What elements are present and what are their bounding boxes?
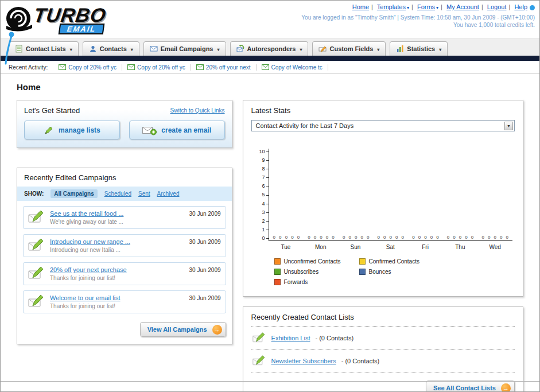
contact-list-item: Exhibition List - (0 Contacts): [251, 327, 515, 350]
activity-item[interactable]: 20% off your next: [191, 64, 257, 71]
campaign-date: 30 Jun 2009: [189, 238, 221, 245]
create-email-button[interactable]: create an email: [129, 121, 225, 139]
campaign-subtitle: Thanks for joining our list!: [50, 303, 185, 309]
page: TURBO EMAIL Home| Templates| Forms| My A…: [0, 0, 540, 392]
bar-value-label: 0: [383, 235, 386, 240]
legend-label: Unsubscribes: [284, 269, 319, 275]
y-tick-label: 4: [262, 201, 269, 207]
bar-value-label: 0: [459, 235, 461, 240]
nav-link-templates[interactable]: Templates: [377, 3, 409, 10]
bar-value-label: 0: [390, 235, 392, 240]
x-axis-label: Sun: [338, 241, 373, 250]
legend-swatch: [274, 258, 281, 265]
nav-separator: |: [508, 3, 510, 10]
see-all-contact-lists-button[interactable]: See All Contact Lists →: [426, 381, 515, 392]
app-logo: TURBO EMAIL: [4, 2, 159, 37]
legend-item: Unconfirmed Contacts: [274, 258, 359, 265]
show-label: SHOW:: [24, 191, 44, 197]
bar-value-label: 0: [348, 235, 351, 240]
nav-link-my-account[interactable]: My Account: [446, 3, 479, 10]
y-tick-label: 8: [262, 166, 269, 172]
tab-autoresponders[interactable]: Autoresponders: [230, 41, 309, 56]
manage-lists-button[interactable]: manage lists: [24, 121, 120, 139]
tab-contacts[interactable]: Contacts: [83, 41, 139, 56]
y-tick-label: 6: [262, 183, 269, 189]
y-tick-label: 2: [262, 218, 269, 224]
bar-value-label: 0: [308, 235, 310, 240]
contact-list-link[interactable]: Newsletter Subscribers: [271, 358, 336, 364]
main-nav-tabbar: Contact Lists Contacts Email Campaigns A…: [1, 38, 539, 56]
activity-item[interactable]: Copy of 20% off yc: [122, 64, 191, 71]
nav-link-help[interactable]: Help: [514, 3, 527, 10]
nav-separator: |: [411, 3, 413, 10]
switch-to-quick-links-link[interactable]: Switch to Quick Links: [170, 107, 225, 114]
campaign-edit-icon: [28, 294, 45, 309]
campaign-title-link[interactable]: 20% off your next purchase: [50, 266, 185, 273]
bar-value-label: 0: [285, 235, 288, 240]
bar-value-label: 0: [500, 235, 502, 240]
filter-archived[interactable]: Archived: [157, 191, 180, 197]
envelope-icon: [127, 64, 135, 70]
campaign-date: 30 Jun 2009: [189, 294, 221, 301]
envelope-icon: [262, 64, 269, 70]
chevron-down-icon: [438, 45, 441, 52]
stats-period-select[interactable]: Contact Activity for the Last 7 Days ▼: [251, 120, 515, 131]
tab-contact-lists[interactable]: Contact Lists: [9, 41, 79, 56]
contact-list-count: - (0 Contacts): [341, 358, 380, 364]
bar-value-label: 0: [343, 235, 345, 240]
tab-statistics[interactable]: Statistics: [390, 41, 448, 56]
nav-link-home[interactable]: Home: [352, 3, 369, 10]
campaign-title-link[interactable]: See us at the retail food ...: [50, 210, 185, 217]
chevron-down-icon: [216, 45, 219, 52]
bar-value-label: 0: [402, 235, 404, 240]
main-content: Home Let's Get Started Switch to Quick L…: [1, 74, 539, 392]
activity-item[interactable]: Copy of 20% off yc: [53, 64, 122, 71]
get-started-title: Let's Get Started: [24, 106, 80, 115]
list-edit-icon: [252, 355, 266, 367]
email-campaigns-icon: [150, 45, 158, 53]
view-all-campaigns-label: View All Campaigns: [147, 326, 207, 333]
campaign-title-link[interactable]: Welcome to our email list: [50, 294, 185, 301]
legend-item: Bounces: [359, 269, 444, 275]
filter-scheduled[interactable]: Scheduled: [104, 191, 131, 197]
chevron-down-icon: [130, 45, 133, 52]
tab-label: Custom Fields: [329, 45, 373, 52]
x-axis-label: Sat: [373, 241, 408, 250]
campaign-item: Introducing our new range ... Introducin…: [23, 234, 226, 257]
legend-swatch: [359, 269, 366, 275]
tab-email-campaigns[interactable]: Email Campaigns: [143, 41, 226, 56]
campaigns-panel: Recently Edited Campaigns SHOW: All Camp…: [17, 168, 232, 344]
y-tick-label: 1: [262, 227, 269, 232]
activity-item-label: Copy of 20% off yc: [137, 64, 185, 71]
statistics-icon: [396, 45, 404, 53]
footer-divider: [1, 381, 539, 382]
x-axis-label: Fri: [408, 241, 443, 250]
bar-group: 00000: [408, 235, 443, 240]
activity-item[interactable]: Copy of Welcome tc: [257, 64, 328, 71]
bar-value-label: 0: [320, 235, 322, 240]
filter-all-campaigns[interactable]: All Campaigns: [50, 189, 97, 198]
legend-swatch: [274, 269, 281, 275]
header: TURBO EMAIL Home| Templates| Forms| My A…: [1, 1, 539, 38]
nav-link-logout[interactable]: Logout: [487, 3, 507, 10]
view-all-campaigns-button[interactable]: View All Campaigns →: [140, 322, 226, 337]
bar-value-label: 0: [471, 235, 473, 240]
y-tick-label: 5: [262, 192, 269, 197]
bar-value-label: 0: [367, 235, 369, 240]
chart-x-labels: TueMonSunSatFriThuWed: [269, 241, 512, 250]
campaign-title-link[interactable]: Introducing our new range ...: [50, 238, 185, 245]
envelope-icon: [196, 64, 204, 70]
chevron-down-icon: [298, 45, 302, 52]
tab-custom-fields[interactable]: Custom Fields: [312, 41, 386, 56]
contact-activity-chart: 109876543210 000000000000000000000000000…: [254, 149, 512, 250]
campaign-item: See us at the retail food ... We're givi…: [23, 206, 226, 229]
campaign-item: 20% off your next purchase Thanks for jo…: [23, 262, 226, 285]
logo-antenna-icon: [4, 29, 17, 65]
filter-sent[interactable]: Sent: [138, 191, 150, 197]
bar-value-label: 0: [453, 235, 455, 240]
tab-label: Contact Lists: [26, 45, 66, 52]
x-axis-label: Tue: [269, 241, 304, 250]
nav-separator: |: [441, 3, 442, 10]
contact-list-link[interactable]: Exhibition List: [271, 335, 310, 341]
nav-link-forms[interactable]: Forms: [417, 3, 438, 10]
